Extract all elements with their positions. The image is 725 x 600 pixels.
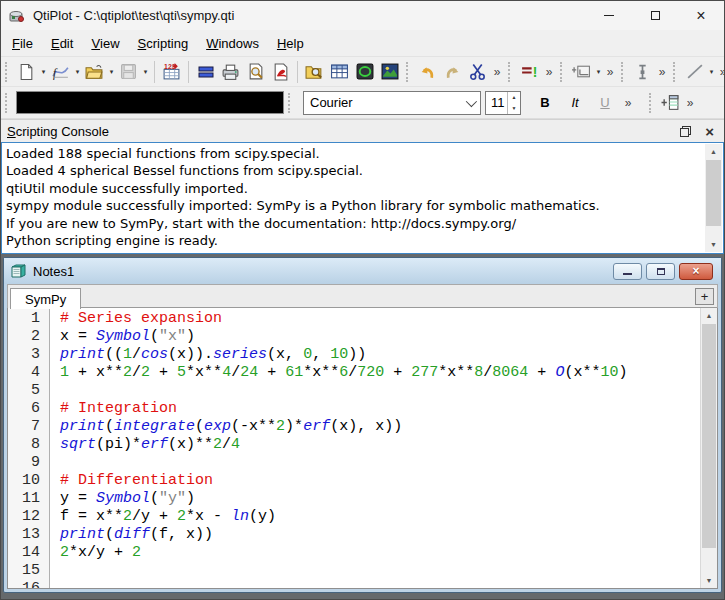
text-color-button[interactable] bbox=[16, 91, 284, 114]
draw-line-caret[interactable]: ▾ bbox=[707, 68, 716, 76]
toolbar-separator bbox=[154, 61, 155, 83]
line-number: 15 bbox=[8, 562, 49, 580]
toolbar-drag-handle[interactable] bbox=[5, 62, 11, 82]
console-float-button[interactable] bbox=[680, 126, 691, 137]
code-line: x = Symbol("x") bbox=[60, 328, 697, 346]
script-toolbar-overflow[interactable]: » bbox=[542, 65, 556, 79]
code-line: 2*x/y + 2 bbox=[60, 544, 697, 562]
toolbar-drag-handle[interactable] bbox=[649, 93, 655, 113]
menu-view[interactable]: View bbox=[82, 30, 128, 56]
add-text-button[interactable] bbox=[630, 59, 655, 85]
function-f-icon: f bbox=[53, 67, 58, 80]
title-bar: QtiPlot - C:\qtiplot\test\qti\sympy.qti … bbox=[1, 1, 724, 30]
close-icon: × bbox=[696, 7, 705, 25]
notes-minimize-button[interactable] bbox=[613, 263, 642, 280]
exclaim-icon: ! bbox=[533, 65, 538, 80]
toolbar-drag-handle[interactable] bbox=[621, 62, 627, 82]
menu-help[interactable]: Help bbox=[268, 30, 313, 56]
redo-button[interactable] bbox=[440, 59, 465, 85]
add-tab-button[interactable]: + bbox=[695, 288, 714, 305]
console-close-button[interactable]: × bbox=[705, 123, 714, 140]
cut-button[interactable] bbox=[465, 59, 490, 85]
new-plot-caret[interactable]: ▾ bbox=[73, 68, 82, 76]
scroll-down-icon[interactable]: ▼ bbox=[701, 573, 717, 588]
console-line: Loaded 188 special functions from scipy.… bbox=[6, 145, 703, 162]
layer-toolbar-overflow[interactable]: » bbox=[603, 65, 617, 79]
draw-toolbar-overflow[interactable]: » bbox=[716, 65, 725, 79]
console-scrollbar[interactable]: ▲ ▼ bbox=[705, 144, 722, 252]
minimize-button[interactable] bbox=[586, 1, 632, 30]
italic-button[interactable]: It bbox=[563, 91, 587, 115]
menu-windows[interactable]: Windows bbox=[197, 30, 268, 56]
save-project-button[interactable] bbox=[116, 59, 141, 85]
toolbar-drag-handle[interactable] bbox=[5, 93, 11, 113]
font-family-value: Courier bbox=[310, 95, 353, 110]
code-line bbox=[60, 382, 697, 400]
code-line: print(diff(f, x)) bbox=[60, 526, 697, 544]
scrollbar-thumb[interactable] bbox=[706, 160, 721, 226]
notes-restore-button[interactable] bbox=[646, 263, 675, 280]
code-text[interactable]: # Series expansionx = Symbol("x")print((… bbox=[50, 308, 717, 588]
code-editor[interactable]: 12345678910111213141516 # Series expansi… bbox=[7, 308, 718, 589]
line-number: 3 bbox=[8, 346, 49, 364]
notes-close-button[interactable]: × bbox=[679, 263, 713, 280]
export-pdf-button[interactable] bbox=[268, 59, 293, 85]
script-run-button[interactable]: ! bbox=[517, 59, 542, 85]
save-caret[interactable]: ▾ bbox=[141, 68, 150, 76]
draw-line-button[interactable] bbox=[682, 59, 707, 85]
scroll-up-icon[interactable]: ▲ bbox=[705, 144, 722, 159]
annotation-toolbar-overflow[interactable]: » bbox=[655, 65, 669, 79]
import-ascii-button[interactable]: 123 bbox=[159, 59, 184, 85]
notes-title-bar[interactable]: Notes1 × bbox=[4, 258, 721, 284]
line-number: 1 bbox=[8, 310, 49, 328]
font-size-stepper[interactable]: 11 ▲ ▼ bbox=[485, 91, 521, 115]
spin-down-icon[interactable]: ▼ bbox=[508, 103, 520, 114]
edit-toolbar-overflow[interactable]: » bbox=[490, 65, 504, 79]
console-line: Python scripting engine is ready. bbox=[6, 232, 703, 249]
scroll-down-icon[interactable]: ▼ bbox=[705, 237, 722, 252]
spin-up-icon[interactable]: ▲ bbox=[508, 92, 520, 103]
restore-icon bbox=[657, 268, 665, 275]
add-layer-caret[interactable]: ▾ bbox=[594, 68, 603, 76]
scrollbar-thumb[interactable] bbox=[702, 324, 716, 548]
scripting-console-button[interactable] bbox=[352, 59, 377, 85]
line-number: 6 bbox=[8, 400, 49, 418]
print-preview-button[interactable] bbox=[243, 59, 268, 85]
format-toolbar-overflow[interactable]: » bbox=[621, 96, 635, 110]
new-project-button[interactable] bbox=[14, 59, 39, 85]
close-button[interactable]: × bbox=[678, 1, 724, 30]
print-button[interactable] bbox=[218, 59, 243, 85]
qtiplot-window: QtiPlot - C:\qtiplot\test\qti\sympy.qti … bbox=[0, 0, 725, 600]
new-function-plot-button[interactable]: f bbox=[48, 59, 73, 85]
save-floppy-icon bbox=[120, 63, 137, 80]
maximize-button[interactable] bbox=[632, 1, 678, 30]
bold-button[interactable]: B bbox=[533, 91, 557, 115]
editor-scrollbar[interactable]: ▲ ▼ bbox=[700, 308, 717, 588]
font-family-select[interactable]: Courier bbox=[303, 91, 481, 115]
image-plot-button[interactable] bbox=[377, 59, 402, 85]
undo-button[interactable] bbox=[415, 59, 440, 85]
results-log-button[interactable] bbox=[327, 59, 352, 85]
scroll-up-icon[interactable]: ▲ bbox=[701, 308, 717, 323]
toolbar-drag-handle[interactable] bbox=[406, 62, 412, 82]
toolbar-drag-handle[interactable] bbox=[560, 62, 566, 82]
menu-edit[interactable]: Edit bbox=[42, 30, 82, 56]
open-project-button[interactable] bbox=[82, 59, 107, 85]
menu-scripting[interactable]: Scripting bbox=[129, 30, 198, 56]
add-layer-button[interactable] bbox=[569, 59, 594, 85]
open-caret[interactable]: ▾ bbox=[107, 68, 116, 76]
duplicate-window-button[interactable] bbox=[193, 59, 218, 85]
tab-sympy[interactable]: SymPy bbox=[10, 288, 81, 309]
menu-file[interactable]: File bbox=[3, 30, 42, 56]
toolbar-drag-handle[interactable] bbox=[508, 62, 514, 82]
console-output-area[interactable]: Loaded 188 special functions from scipy.… bbox=[1, 142, 724, 254]
table-toolbar-overflow[interactable]: » bbox=[683, 96, 697, 110]
new-project-caret[interactable]: ▾ bbox=[39, 68, 48, 76]
project-explorer-button[interactable] bbox=[302, 59, 327, 85]
line-number: 4 bbox=[8, 364, 49, 382]
redo-icon bbox=[443, 63, 462, 81]
add-column-button[interactable] bbox=[658, 90, 683, 116]
toolbar-drag-handle[interactable] bbox=[673, 62, 679, 82]
underline-button[interactable]: U bbox=[593, 91, 617, 115]
toolbar-drag-handle[interactable] bbox=[288, 93, 294, 113]
